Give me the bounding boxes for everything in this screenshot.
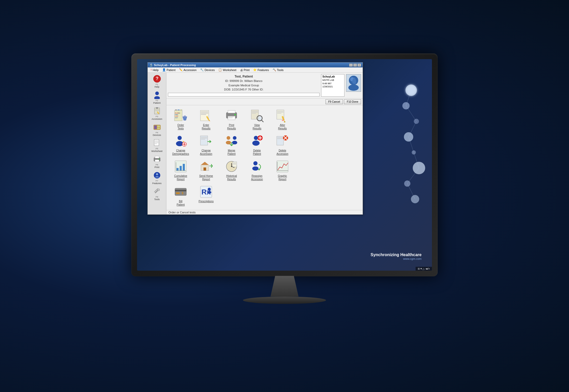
- sidebar-item-help[interactable]: ? F1 Help: [148, 74, 166, 89]
- menu-patient[interactable]: 👤 Patient: [161, 68, 177, 72]
- menu-help[interactable]: ? Help: [149, 68, 160, 72]
- grid-view-results[interactable]: ViewResults: [245, 108, 269, 131]
- svg-text:$: $: [182, 191, 184, 195]
- bill-patient-icon: $: [174, 185, 187, 199]
- svg-point-3: [404, 132, 413, 142]
- sidebar-item-tools[interactable]: F8 Tools: [148, 186, 166, 202]
- menu-print[interactable]: 🖨 Print: [239, 68, 251, 72]
- svg-point-5: [413, 162, 425, 174]
- svg-rect-124: [233, 164, 236, 164]
- alter-results-label: AlterResults: [278, 123, 287, 130]
- grid-delete-accession[interactable]: DeleteAccession: [271, 133, 294, 157]
- grid-reassign-accession[interactable]: ReassignAccession: [245, 159, 269, 182]
- lab-line1: MSTR LAB: [322, 79, 343, 82]
- taskbar-icons: ⊞▼△○■/≡: [418, 267, 430, 270]
- svg-rect-111: [180, 166, 182, 171]
- svg-point-137: [208, 188, 211, 191]
- grid-graphic-report[interactable]: GraphicReport: [271, 159, 294, 182]
- view-results-label: ViewResults: [253, 123, 261, 130]
- menu-tools[interactable]: 🔨 Tools: [271, 68, 285, 72]
- svg-rect-70: [252, 113, 256, 114]
- svg-line-9: [406, 106, 416, 121]
- grid-prescriptions[interactable]: Rx Prescriptions: [194, 184, 218, 207]
- close-button[interactable]: ×: [357, 64, 361, 67]
- historical-results-label: HistoricalResults: [226, 174, 237, 181]
- svg-rect-69: [252, 112, 258, 113]
- grid-change-demographics[interactable]: ChangeDemographics: [169, 133, 192, 157]
- change-accession-icon: [199, 134, 213, 148]
- grid-print-results[interactable]: PrintResults: [220, 108, 243, 131]
- svg-point-41: [158, 189, 160, 191]
- sidebar-item-patient[interactable]: F2 Patient: [148, 90, 166, 105]
- svg-point-121: [231, 166, 232, 167]
- svg-rect-62: [228, 110, 235, 113]
- svg-text:AST: AST: [175, 117, 178, 118]
- svg-rect-32: [155, 144, 157, 144]
- svg-rect-133: [176, 192, 180, 194]
- cancel-button[interactable]: F9 Cancel: [326, 99, 343, 104]
- sidebar-item-worksheet[interactable]: F5 Worksheet: [148, 138, 166, 153]
- svg-text:NA: NA: [178, 112, 180, 114]
- grid-cumulative-report[interactable]: CumulativeReport: [169, 159, 192, 182]
- grid-delete-patient[interactable]: DeletePatient: [245, 133, 269, 157]
- svg-marker-60: [209, 120, 210, 121]
- window-controls[interactable]: – □ ×: [349, 64, 361, 67]
- lab-date: 1/28/2021: [322, 85, 343, 88]
- svg-line-14: [407, 184, 415, 199]
- grid-bill-patient[interactable]: $ BillPatient: [169, 184, 192, 207]
- sidebar-item-features[interactable]: F7 Features: [148, 170, 166, 186]
- grid-change-accession[interactable]: ChangeAcceSsion: [194, 133, 218, 157]
- svg-rect-26: [157, 125, 160, 127]
- reassign-accession-label: ReassignAccession: [251, 174, 263, 181]
- done-button[interactable]: F10 Done: [344, 99, 361, 104]
- svg-line-12: [414, 152, 419, 168]
- svg-point-99: [252, 141, 260, 146]
- grid-enter-results[interactable]: EnterResults: [194, 108, 218, 131]
- graphic-report-icon: [276, 160, 289, 173]
- menu-devices[interactable]: 🔧 Devices: [199, 68, 216, 72]
- cumulative-report-label: CumulativeReport: [174, 174, 187, 181]
- monitor: Synchronizing Healthcare www.cgm.com ⊞▼△…: [118, 53, 451, 339]
- sidebar-item-accession[interactable]: F3 Accession: [148, 106, 166, 121]
- menu-accession[interactable]: ✏️ Accession: [178, 68, 198, 72]
- grid-historical-results[interactable]: HistoricalResults: [220, 159, 243, 182]
- svg-point-1: [402, 102, 410, 109]
- svg-point-0: [405, 85, 417, 96]
- sidebar-item-print[interactable]: F6 Print: [148, 154, 166, 170]
- patient-input-field[interactable]: [168, 93, 320, 96]
- delete-accession-label: DeleteAccession: [276, 149, 288, 156]
- svg-rect-47: [178, 109, 180, 110]
- patient-dob: DOB: 1/23/1945 F 76 Other ID:: [168, 87, 320, 92]
- svg-point-36: [159, 159, 160, 160]
- svg-rect-54: [184, 116, 186, 117]
- enter-results-label: EnterResults: [202, 123, 210, 130]
- monitor-stand-base: [243, 297, 326, 304]
- maximize-button[interactable]: □: [353, 64, 357, 67]
- svg-line-13: [407, 168, 419, 184]
- bill-patient-label: BillPatient: [177, 200, 185, 206]
- monitor-stand-neck: [269, 276, 300, 297]
- svg-rect-46: [175, 109, 177, 110]
- change-demographics-icon: [174, 134, 187, 148]
- order-tests-icon: BUM DBIL LDN AST NA: [174, 109, 187, 122]
- grid-order-tests[interactable]: BUM DBIL LDN AST NA: [169, 108, 192, 131]
- svg-line-10: [409, 121, 416, 137]
- delete-accession-icon: [276, 134, 289, 148]
- prescriptions-label: Prescriptions: [199, 200, 214, 203]
- menu-features[interactable]: ⭐ Features: [252, 68, 270, 72]
- grid-alter-results[interactable]: AlterResults: [271, 108, 294, 131]
- enter-results-icon: [199, 109, 213, 122]
- action-bar: F9 Cancel F10 Done: [166, 99, 363, 105]
- icon-grid: BUM DBIL LDN AST NA: [166, 105, 363, 210]
- grid-merge-patient[interactable]: MergePatient: [220, 133, 243, 157]
- prescriptions-icon: Rx: [199, 185, 213, 199]
- menu-worksheet[interactable]: 📋 Worksheet: [217, 68, 238, 72]
- grid-send-home-report[interactable]: Send HomeReport: [194, 159, 218, 182]
- window-titlebar: 🔬 SchuyLab - Patient Processing – □ ×: [148, 62, 363, 67]
- view-results-icon: [250, 109, 264, 122]
- svg-rect-110: [177, 168, 179, 171]
- svg-point-138: [207, 191, 211, 194]
- alter-results-icon: [276, 109, 289, 122]
- sidebar-item-devices[interactable]: F4 Devices: [148, 122, 166, 137]
- minimize-button[interactable]: –: [349, 64, 353, 67]
